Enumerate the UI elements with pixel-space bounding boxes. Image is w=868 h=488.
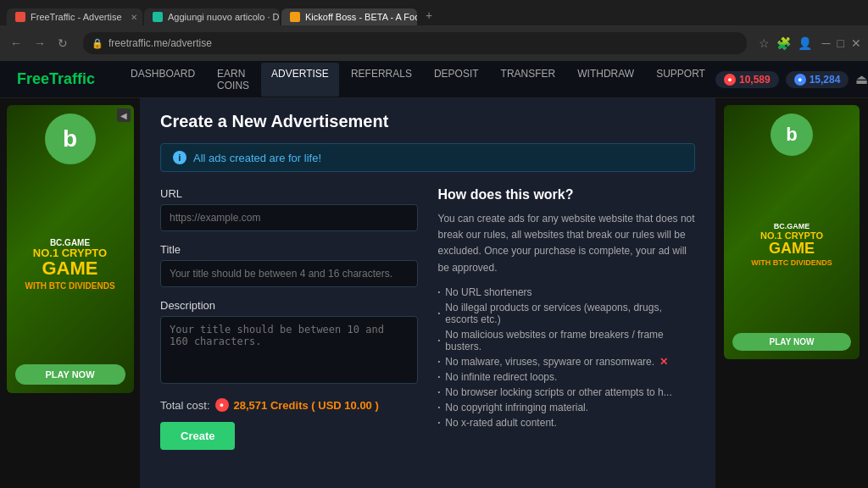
browser-chrome: ← → ↻ 🔒 freetraffic.me/advertise ☆ 🧩 👤 ─… xyxy=(0,25,868,61)
cost-coin-icon: ● xyxy=(215,398,229,412)
browser-actions: ☆ 🧩 👤 ─ □ ✕ xyxy=(759,36,861,50)
nav-deposit[interactable]: DEPOSIT xyxy=(424,63,489,97)
red-coin-icon: ● xyxy=(724,74,736,86)
description-label: Description xyxy=(160,299,418,312)
create-button[interactable]: Create xyxy=(160,422,235,450)
info-bar-text: All ads created are for life! xyxy=(193,152,321,164)
bc-game-info: BC.GAME NO.1 CRYPTO GAME WITH BTC DIVIDE… xyxy=(25,238,114,291)
bullet-icon: • xyxy=(438,373,441,380)
blue-coin-icon: ● xyxy=(794,74,806,86)
nav-earn-coins[interactable]: EARN COINS xyxy=(207,63,259,97)
rule-2-text: No illegal products or services (weapons… xyxy=(445,302,695,325)
rule-7: • No copyright infringing material. xyxy=(438,400,696,415)
description-textarea[interactable] xyxy=(160,316,418,384)
tab-label-freetraffic: FreeTraffic - Advertise xyxy=(31,12,122,22)
description-field-group: Description xyxy=(160,299,418,386)
bc-logo-text: b xyxy=(63,125,77,152)
minimize-icon[interactable]: ─ xyxy=(822,36,831,50)
title-field-group: Title xyxy=(160,243,418,287)
form-left: URL Title Description Total cost: ● 28,5… xyxy=(160,187,418,450)
nav-support[interactable]: SUPPORT xyxy=(646,63,715,97)
bullet-icon: • xyxy=(438,309,441,317)
left-ad-cta[interactable]: PLAY NOW xyxy=(15,364,125,385)
reload-button[interactable]: ↻ xyxy=(54,35,71,52)
bullet-icon: • xyxy=(438,419,441,426)
nav-transfer[interactable]: TRANSFER xyxy=(491,63,566,97)
form-right: How does this work? You can create ads f… xyxy=(438,187,696,450)
red-coin-balance: ● 10,589 xyxy=(715,71,779,88)
total-cost-label: Total cost: xyxy=(160,399,210,412)
form-layout: URL Title Description Total cost: ● 28,5… xyxy=(160,187,695,450)
nav-links: DASHBOARD EARN COINS ADVERTISE REFERRALS… xyxy=(120,63,715,97)
tab-kickoff[interactable]: Kickoff Boss - BETA - A Footbal... ✕ xyxy=(281,8,417,25)
left-ad-panel: ◀ b BC.GAME NO.1 CRYPTO GAME WITH BTC DI… xyxy=(0,98,140,488)
rule-3: • No malicious websites or frame breaker… xyxy=(438,327,696,354)
title-label: Title xyxy=(160,243,418,256)
tab-freetraffic[interactable]: FreeTraffic - Advertise ✕ xyxy=(7,8,142,25)
rule-7-text: No copyright infringing material. xyxy=(445,402,588,413)
rule-1: • No URL shorteners xyxy=(438,285,696,300)
how-title: How does this work? xyxy=(438,187,696,202)
rule-3-text: No malicious websites or frame breakers … xyxy=(445,329,695,352)
right-bc-name: BC.GAME xyxy=(751,222,832,230)
tab-favicon-freetraffic xyxy=(15,12,25,22)
right-ad-cta[interactable]: PLAY NOW xyxy=(732,333,851,351)
right-bc-subtitle: WITH BTC DIVIDENDS xyxy=(751,258,832,267)
tab-favicon-kickoff xyxy=(290,12,300,22)
tab-nuovo[interactable]: Aggiungi nuovo articolo · Dive... ✕ xyxy=(144,8,280,25)
tab-favicon-nuovo xyxy=(153,12,163,22)
address-text: freetraffic.me/advertise xyxy=(108,37,212,49)
extensions-icon[interactable]: 🧩 xyxy=(776,36,791,50)
total-cost-row: Total cost: ● 28,571 Credits ( USD 10.00… xyxy=(160,398,418,412)
right-ad-panel: b BC.GAME NO.1 CRYPTO GAME WITH BTC DIVI… xyxy=(715,98,868,488)
right-bc-logo-text: b xyxy=(786,124,797,146)
back-button[interactable]: ← xyxy=(7,35,25,52)
nav-dashboard[interactable]: DASHBOARD xyxy=(120,63,205,97)
total-cost-amount: 28,571 Credits ( USD 10.00 ) xyxy=(234,399,379,412)
lock-icon: 🔒 xyxy=(92,38,103,49)
bullet-icon: • xyxy=(438,288,441,296)
bc-game-logo: b xyxy=(45,114,96,164)
info-icon: i xyxy=(173,151,186,164)
rule-2: • No illegal products or services (weapo… xyxy=(438,300,696,327)
page-title: Create a New Advertisement xyxy=(160,112,695,131)
how-description: You can create ads for any website websi… xyxy=(438,211,696,276)
bullet-icon: • xyxy=(438,336,441,344)
rule-8-text: No x-rated adult content. xyxy=(445,417,556,429)
bullet-icon: • xyxy=(438,403,441,411)
nav-withdraw[interactable]: WITHDRAW xyxy=(567,63,644,97)
nav-referrals[interactable]: REFERRALS xyxy=(341,63,422,97)
bookmark-icon[interactable]: ☆ xyxy=(759,36,770,50)
left-ad-banner: ◀ b BC.GAME NO.1 CRYPTO GAME WITH BTC DI… xyxy=(7,105,134,393)
bc-subtitle: WITH BTC DIVIDENDS xyxy=(25,281,114,291)
maximize-icon[interactable]: □ xyxy=(837,36,844,50)
profile-icon[interactable]: 👤 xyxy=(798,36,812,50)
rule-5-text: No infinite redirect loops. xyxy=(445,371,557,383)
new-tab-button[interactable]: + xyxy=(419,5,439,25)
right-bc-logo: b xyxy=(771,114,813,156)
forward-button[interactable]: → xyxy=(31,35,49,52)
rule-1-text: No URL shorteners xyxy=(445,286,531,298)
tab-label-kickoff: Kickoff Boss - BETA - A Footbal... xyxy=(305,12,417,22)
rule-6-text: No browser locking scripts or other atte… xyxy=(445,386,671,398)
logout-button[interactable]: ⏏ xyxy=(855,71,868,87)
url-input[interactable] xyxy=(160,204,418,231)
url-label: URL xyxy=(160,187,418,200)
nav-advertise[interactable]: ADVERTISE xyxy=(261,63,339,97)
ad-collapse-button[interactable]: ◀ xyxy=(117,108,131,122)
navbar: FreeTraffic DASHBOARD EARN COINS ADVERTI… xyxy=(0,61,868,98)
info-bar: i All ads created are for life! xyxy=(160,143,695,172)
rule-5: • No infinite redirect loops. xyxy=(438,369,696,385)
close-window-icon[interactable]: ✕ xyxy=(851,36,861,50)
blue-coin-amount: 15,284 xyxy=(810,74,841,86)
red-coin-amount: 10,589 xyxy=(739,74,771,86)
address-bar[interactable]: 🔒 freetraffic.me/advertise xyxy=(83,32,747,54)
blue-coin-balance: ● 15,284 xyxy=(786,71,849,88)
right-ad-banner: b BC.GAME NO.1 CRYPTO GAME WITH BTC DIVI… xyxy=(724,105,860,359)
rules-list: • No URL shorteners • No illegal product… xyxy=(438,285,696,430)
x-mark-icon: ✕ xyxy=(659,356,668,368)
logo: FreeTraffic xyxy=(17,70,95,88)
title-input[interactable] xyxy=(160,260,418,287)
bc-game-label: GAME xyxy=(25,259,114,278)
tab-close-freetraffic[interactable]: ✕ xyxy=(131,13,137,22)
